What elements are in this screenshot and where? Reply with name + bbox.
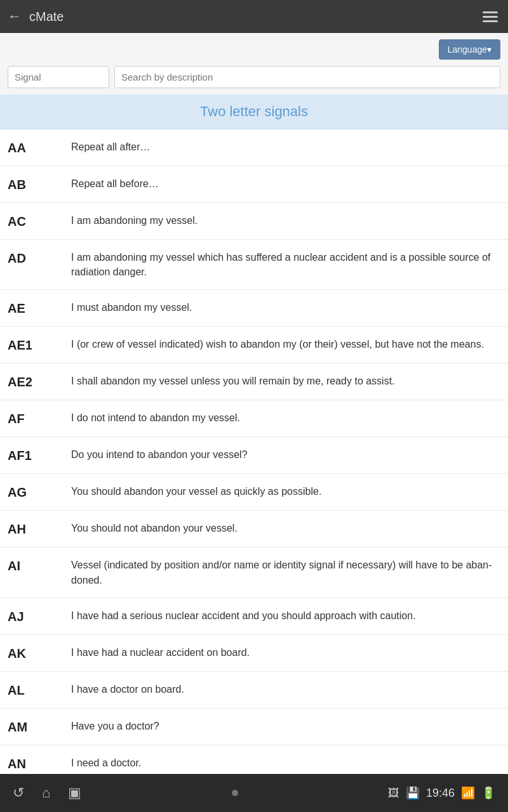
- signal-description: I have had a nuclear accident on board.: [71, 645, 500, 660]
- photo-icon: 🖼: [388, 787, 399, 800]
- language-row: Language▾: [0, 33, 508, 66]
- signal-code: AE: [8, 300, 71, 316]
- signal-code: AJ: [8, 608, 71, 624]
- top-bar: ← cMate: [0, 0, 508, 33]
- signal-code: AE2: [8, 374, 71, 390]
- signal-code: AC: [8, 213, 71, 229]
- signal-description: Repeat all before…: [71, 176, 500, 191]
- signal-row[interactable]: AEI must abandon my vessel.: [0, 290, 508, 327]
- signal-row[interactable]: AIVessel (indicated by position and/or n…: [0, 547, 508, 598]
- signal-row[interactable]: ACI am abandoning my vessel.: [0, 203, 508, 240]
- signal-description: You should not abandon your vessel.: [71, 521, 500, 535]
- nav-left: ↺ ⌂ ▣: [13, 785, 81, 801]
- app-title: cMate: [29, 10, 480, 24]
- signal-code: AB: [8, 176, 71, 192]
- section-header: Two letter signals: [0, 95, 508, 129]
- signal-row[interactable]: ADI am abandoning my vessel which has su…: [0, 240, 508, 290]
- signal-description: I (or crew of vessel indicated) wish to …: [71, 337, 500, 351]
- menu-button[interactable]: [480, 9, 500, 25]
- signal-code: AF1: [8, 447, 71, 463]
- signal-row[interactable]: AE2I shall abandon my vessel unless you …: [0, 363, 508, 400]
- storage-icon: 💾: [406, 786, 420, 800]
- time-display: 19:46: [426, 787, 455, 800]
- signal-row[interactable]: AHYou should not abandon your vessel.: [0, 511, 508, 547]
- signal-code: AF: [8, 410, 71, 426]
- signal-code: AE1: [8, 337, 71, 353]
- signal-row[interactable]: AFI do not intend to abandon my vessel.: [0, 400, 508, 437]
- signal-row[interactable]: ANI need a doctor.: [0, 745, 508, 774]
- signal-code: AH: [8, 521, 71, 537]
- recent-nav-icon[interactable]: ▣: [68, 785, 81, 801]
- signal-description: I am abandoning my vessel.: [71, 213, 500, 228]
- wifi-icon: 📶: [461, 786, 475, 800]
- signal-code: AL: [8, 682, 71, 698]
- signal-description: I shall abandon my vessel unless you wil…: [71, 374, 500, 388]
- signal-description: Have you a doctor?: [71, 719, 500, 733]
- signal-description: Do you intend to abandon your vessel?: [71, 447, 500, 462]
- search-row: [0, 66, 508, 95]
- center-dot: [232, 790, 238, 796]
- signal-code: AK: [8, 645, 71, 661]
- signal-description: I am abandoning my vessel which has suff…: [71, 250, 500, 279]
- signal-code: AN: [8, 756, 71, 771]
- signal-row[interactable]: AARepeat all after…: [0, 129, 508, 166]
- signal-list[interactable]: AARepeat all after…ABRepeat all before…A…: [0, 129, 508, 774]
- signal-description: I have a doctor on board.: [71, 682, 500, 697]
- back-nav-icon[interactable]: ↺: [13, 785, 24, 801]
- signal-description: Vessel (indicated by position and/or nam…: [71, 558, 500, 587]
- section-title: Two letter signals: [200, 103, 308, 119]
- signal-input[interactable]: [8, 66, 109, 88]
- signal-row[interactable]: ALI have a doctor on board.: [0, 672, 508, 709]
- signal-description: I have had a serious nuclear accident an…: [71, 608, 500, 623]
- signal-code: AD: [8, 250, 71, 266]
- language-button[interactable]: Language▾: [439, 39, 500, 60]
- description-input[interactable]: [114, 66, 500, 88]
- back-button[interactable]: ←: [8, 8, 22, 25]
- signal-description: I need a doctor.: [71, 756, 500, 770]
- bottom-bar: ↺ ⌂ ▣ 🖼 💾 19:46 📶 🔋: [0, 774, 508, 812]
- home-nav-icon[interactable]: ⌂: [42, 785, 50, 801]
- signal-row[interactable]: AKI have had a nuclear accident on board…: [0, 635, 508, 672]
- signal-code: AA: [8, 140, 71, 155]
- signal-row[interactable]: ABRepeat all before…: [0, 166, 508, 203]
- signal-code: AI: [8, 558, 71, 573]
- signal-row[interactable]: AF1Do you intend to abandon your vessel?: [0, 437, 508, 474]
- nav-right: 🖼 💾 19:46 📶 🔋: [388, 786, 495, 800]
- signal-description: Repeat all after…: [71, 140, 500, 154]
- signal-description: You should abandon your vessel as quickl…: [71, 484, 500, 499]
- signal-code: AG: [8, 484, 71, 500]
- signal-description: I must abandon my vessel.: [71, 300, 500, 315]
- signal-row[interactable]: AGYou should abandon your vessel as quic…: [0, 474, 508, 511]
- signal-row[interactable]: AE1I (or crew of vessel indicated) wish …: [0, 327, 508, 363]
- signal-code: AM: [8, 719, 71, 735]
- signal-row[interactable]: AMHave you a doctor?: [0, 709, 508, 745]
- signal-row[interactable]: AJI have had a serious nuclear accident …: [0, 598, 508, 635]
- battery-icon: 🔋: [481, 786, 495, 800]
- signal-description: I do not intend to abandon my vessel.: [71, 410, 500, 425]
